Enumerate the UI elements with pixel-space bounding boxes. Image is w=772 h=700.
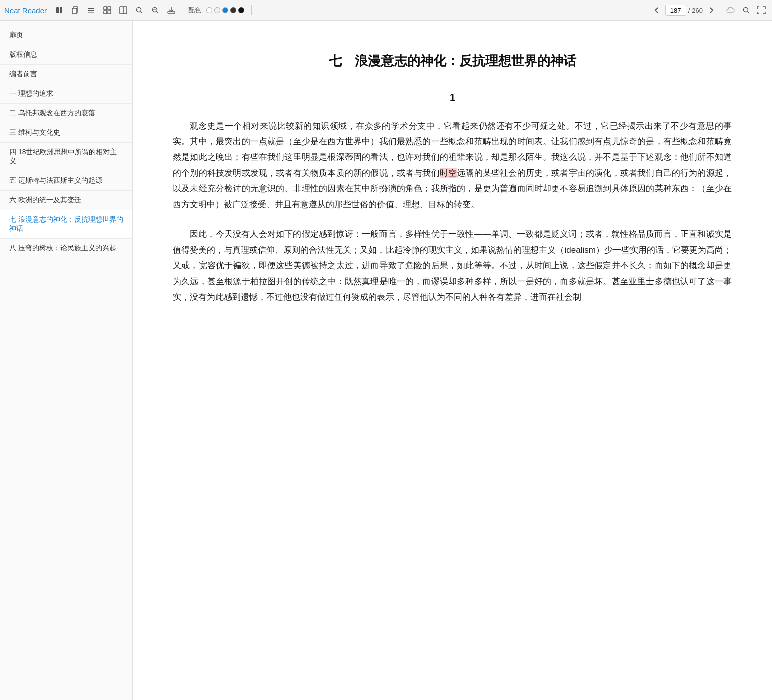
cloud-icon-btn[interactable]	[725, 4, 738, 17]
search2-icon-btn[interactable]	[149, 4, 162, 17]
sidebar-item-ch6[interactable]: 六 欧洲的统一及其变迁	[0, 191, 132, 210]
shelf-icon	[55, 6, 63, 14]
chevron-left-icon	[653, 7, 660, 14]
svg-rect-1	[60, 7, 62, 13]
sidebar-item-cover[interactable]: 扉页	[0, 26, 132, 45]
paragraph-1: 观念史是一个相对来说比较新的知识领域，在众多的学术分支中，它看起来仍然还有不少可…	[173, 118, 732, 213]
sidebar-item-ch4[interactable]: 四 18世纪欧洲思想中所谓的相对主义	[0, 143, 132, 171]
svg-rect-6	[88, 12, 94, 13]
svg-line-21	[748, 12, 750, 14]
sidebar-item-copyright[interactable]: 版权信息	[0, 45, 132, 65]
separator1	[183, 5, 183, 15]
svg-point-13	[137, 8, 141, 12]
next-page-btn[interactable]	[705, 4, 718, 17]
dot-white[interactable]	[206, 7, 212, 13]
page-separator: /	[688, 7, 690, 14]
search1-icon-btn[interactable]	[133, 4, 146, 17]
content-area: 七 浪漫意志的神化：反抗理想世界的神话 1 观念史是一个相对来说比较新的知识领域…	[133, 21, 772, 700]
chevron-right-icon	[708, 7, 715, 14]
highlight-text: 时空	[440, 168, 457, 178]
dot-dark[interactable]	[230, 7, 236, 13]
copy-icon	[71, 6, 79, 14]
grid-icon	[103, 6, 111, 14]
search1-icon	[135, 6, 143, 14]
topbar: Neat Reader	[0, 0, 772, 21]
svg-line-14	[141, 12, 143, 14]
page-navigation: / 260	[650, 4, 718, 17]
layout-icon	[119, 6, 127, 14]
section-number: 1	[173, 92, 732, 103]
svg-rect-9	[104, 11, 107, 14]
shelf-icon-btn[interactable]	[53, 4, 66, 17]
find-icon-btn[interactable]	[740, 4, 753, 17]
menu-icon-btn[interactable]	[85, 4, 98, 17]
sidebar-item-ch8[interactable]: 八 压弯的树枝：论民族主义的兴起	[0, 239, 132, 258]
svg-point-20	[744, 8, 748, 12]
svg-rect-10	[108, 11, 111, 14]
main-area: 扉页 版权信息 编者前言 一 理想的追求 二 乌托邦观念在西方的衰落 三 维柯与…	[0, 21, 772, 700]
color-dots	[206, 7, 244, 13]
sidebar-item-ch1[interactable]: 一 理想的追求	[0, 84, 132, 104]
page-number-input[interactable]	[665, 5, 686, 16]
menu-icon	[87, 6, 95, 14]
chapter-title: 七 浪漫意志的神化：反抗理想世界的神话	[173, 51, 732, 72]
svg-rect-3	[72, 8, 77, 14]
svg-rect-0	[56, 7, 59, 13]
sidebar-item-preface[interactable]: 编者前言	[0, 65, 132, 84]
search2-icon	[151, 6, 159, 14]
separator2	[251, 5, 252, 15]
svg-rect-8	[108, 7, 111, 10]
right-icons	[725, 4, 768, 17]
sidebar-item-ch7[interactable]: 七 浪漫意志的神化：反抗理想世界的神话	[0, 210, 132, 239]
fullscreen-icon	[757, 6, 766, 14]
sidebar-item-ch5[interactable]: 五 迈斯特与法西斯主义的起源	[0, 171, 132, 191]
svg-line-16	[157, 12, 159, 14]
cloud-icon	[726, 6, 736, 14]
find-icon	[742, 6, 750, 14]
sidebar-item-ch3[interactable]: 三 维柯与文化史	[0, 123, 132, 143]
dot-black[interactable]	[238, 7, 244, 13]
svg-rect-7	[104, 7, 107, 10]
sidebar: 扉页 版权信息 编者前言 一 理想的追求 二 乌托邦观念在西方的衰落 三 维柯与…	[0, 21, 133, 700]
sidebar-item-ch2[interactable]: 二 乌托邦观念在西方的衰落	[0, 104, 132, 123]
dot-sepia[interactable]	[214, 7, 220, 13]
grid-icon-btn[interactable]	[101, 4, 114, 17]
prev-page-btn[interactable]	[650, 4, 663, 17]
app-title: Neat Reader	[4, 6, 47, 15]
svg-rect-5	[88, 10, 94, 11]
copy-icon-btn[interactable]	[69, 4, 82, 17]
download-icon-btn[interactable]	[165, 4, 178, 17]
svg-rect-4	[88, 8, 94, 9]
download-icon	[167, 6, 175, 14]
paragraph-2: 因此，今天没有人会对如下的假定感到惊讶：一般而言，多样性优于一致性——单调、一致…	[173, 226, 732, 305]
dot-blue[interactable]	[222, 7, 228, 13]
layout-icon-btn[interactable]	[117, 4, 130, 17]
fullscreen-icon-btn[interactable]	[755, 4, 768, 17]
page-total: 260	[692, 7, 703, 14]
color-scheme-label: 配色	[188, 6, 201, 15]
